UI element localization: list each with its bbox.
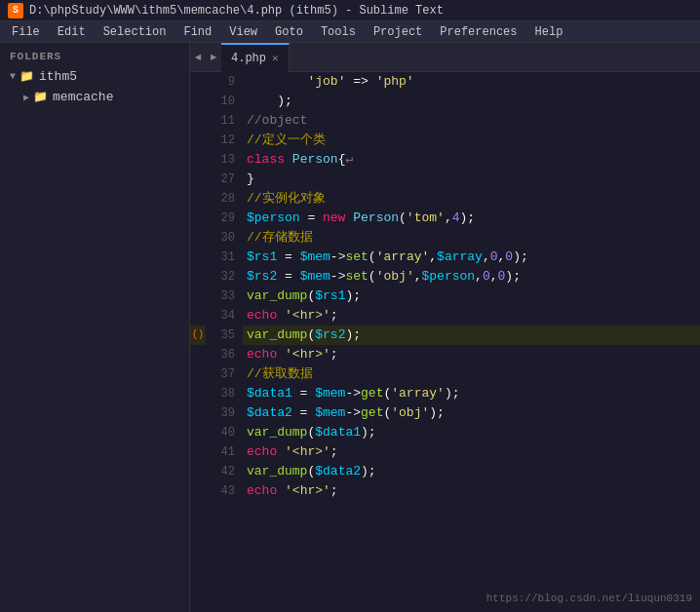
line-content: $person = new Person('tom',4); — [243, 209, 700, 228]
line-content: var_dump($data1); — [243, 423, 700, 442]
main-layout: FOLDERS ▼ 📁 ithm5 ▶ 📁 memcache ◄ ► 4.php… — [0, 43, 700, 612]
line-number: 43 — [206, 481, 243, 501]
title-text: D:\phpStudy\WWW\ithm5\memcache\4.php (it… — [29, 4, 444, 18]
menu-item-view[interactable]: View — [221, 23, 265, 41]
line-content: $data1 = $mem->get('array'); — [243, 384, 700, 403]
line-number: 28 — [206, 189, 243, 209]
menu-item-help[interactable]: Help — [527, 23, 571, 41]
menu-item-tools[interactable]: Tools — [313, 23, 364, 41]
line-content: echo '<hr>'; — [243, 345, 700, 364]
line-number: 40 — [206, 423, 243, 442]
code-line-29: 29$person = new Person('tom',4); — [190, 209, 700, 228]
code-line-35: ()35var_dump($rs2); — [190, 325, 700, 345]
line-content: echo '<hr>'; — [243, 481, 700, 501]
line-number: 9 — [206, 72, 243, 92]
expand-arrow-icon: ▼ — [10, 71, 16, 82]
line-content: 'job' => 'php' — [243, 72, 700, 92]
code-line-41: 41echo '<hr>'; — [190, 442, 700, 462]
tab-filename: 4.php — [231, 52, 266, 65]
line-number: 37 — [206, 364, 243, 384]
line-number: 34 — [206, 306, 243, 325]
line-content: $rs2 = $mem->set('obj',$person,0,0); — [243, 267, 700, 287]
code-line-27: 27} — [190, 170, 700, 189]
line-number: 12 — [206, 131, 243, 150]
tab-bar: ◄ ► 4.php ✕ — [190, 43, 700, 72]
code-line-42: 42var_dump($data2); — [190, 462, 700, 481]
line-number: 32 — [206, 267, 243, 287]
code-line-36: 36echo '<hr>'; — [190, 345, 700, 364]
folders-label: FOLDERS — [0, 43, 189, 66]
line-content: //获取数据 — [243, 364, 700, 384]
line-number: 41 — [206, 442, 243, 462]
line-number: 27 — [206, 170, 243, 189]
code-line-10: 10 ); — [190, 92, 700, 111]
line-content: //object — [243, 111, 700, 131]
tab-nav-left[interactable]: ◄ — [190, 43, 206, 72]
code-line-34: 34echo '<hr>'; — [190, 306, 700, 325]
line-content: //定义一个类 — [243, 131, 700, 150]
menu-item-edit[interactable]: Edit — [50, 23, 94, 41]
folder-icon: 📁 — [33, 90, 48, 104]
line-number: 30 — [206, 228, 243, 248]
code-line-39: 39$data2 = $mem->get('obj'); — [190, 403, 700, 423]
line-content: echo '<hr>'; — [243, 306, 700, 325]
line-number: 13 — [206, 150, 243, 170]
editor-area: ◄ ► 4.php ✕ 9 'job' => 'php'10 );11//obj… — [190, 43, 700, 612]
menu-item-file[interactable]: File — [4, 23, 48, 41]
menu-bar: FileEditSelectionFindViewGotoToolsProjec… — [0, 21, 700, 43]
line-number: 35 — [206, 325, 243, 345]
line-number: 10 — [206, 92, 243, 111]
line-indicator: () — [190, 325, 206, 345]
line-content: } — [243, 170, 700, 189]
menu-item-preferences[interactable]: Preferences — [432, 23, 525, 41]
code-line-30: 30//存储数据 — [190, 228, 700, 248]
expand-arrow-icon: ▶ — [23, 92, 29, 103]
code-line-12: 12//定义一个类 — [190, 131, 700, 150]
menu-item-selection[interactable]: Selection — [96, 23, 175, 41]
folder-icon: 📁 — [19, 69, 34, 84]
code-line-38: 38$data1 = $mem->get('array'); — [190, 384, 700, 403]
title-bar: S D:\phpStudy\WWW\ithm5\memcache\4.php (… — [0, 0, 700, 21]
code-line-13: 13class Person{↵ — [190, 150, 700, 170]
menu-item-project[interactable]: Project — [366, 23, 430, 41]
line-content: var_dump($rs1); — [243, 287, 700, 306]
code-line-31: 31$rs1 = $mem->set('array',$array,0,0); — [190, 248, 700, 267]
line-content: //实例化对象 — [243, 189, 700, 209]
line-content: ); — [243, 92, 700, 111]
code-line-11: 11//object — [190, 111, 700, 131]
line-content: //存储数据 — [243, 228, 700, 248]
line-content: var_dump($rs2); — [243, 325, 700, 345]
line-content: echo '<hr>'; — [243, 442, 700, 462]
code-line-37: 37//获取数据 — [190, 364, 700, 384]
tab-4php[interactable]: 4.php ✕ — [221, 43, 290, 72]
line-content: var_dump($data2); — [243, 462, 700, 481]
line-number: 42 — [206, 462, 243, 481]
code-line-32: 32$rs2 = $mem->set('obj',$person,0,0); — [190, 267, 700, 287]
line-number: 39 — [206, 403, 243, 423]
app-icon: S — [8, 3, 23, 19]
code-line-43: 43echo '<hr>'; — [190, 481, 700, 501]
code-area[interactable]: 9 'job' => 'php'10 );11//object12//定义一个类… — [190, 72, 700, 612]
line-number: 38 — [206, 384, 243, 403]
folder-name-ithm5: ithm5 — [39, 69, 77, 84]
menu-item-goto[interactable]: Goto — [267, 23, 311, 41]
code-line-33: 33var_dump($rs1); — [190, 287, 700, 306]
sidebar-item-memcache[interactable]: ▶ 📁 memcache — [0, 87, 189, 107]
line-number: 31 — [206, 248, 243, 267]
code-line-28: 28//实例化对象 — [190, 189, 700, 209]
sidebar: FOLDERS ▼ 📁 ithm5 ▶ 📁 memcache — [0, 43, 190, 612]
menu-item-find[interactable]: Find — [175, 23, 219, 41]
line-content: $rs1 = $mem->set('array',$array,0,0); — [243, 248, 700, 267]
tab-nav-right[interactable]: ► — [206, 43, 221, 72]
code-line-9: 9 'job' => 'php' — [190, 72, 700, 92]
code-line-40: 40var_dump($data1); — [190, 423, 700, 442]
sidebar-item-ithm5[interactable]: ▼ 📁 ithm5 — [0, 66, 189, 87]
line-content: $data2 = $mem->get('obj'); — [243, 403, 700, 423]
line-number: 33 — [206, 287, 243, 306]
line-number: 36 — [206, 345, 243, 364]
line-number: 11 — [206, 111, 243, 131]
line-number: 29 — [206, 209, 243, 228]
line-content: class Person{↵ — [243, 150, 700, 170]
folder-name-memcache: memcache — [53, 90, 113, 104]
tab-close-button[interactable]: ✕ — [272, 52, 279, 64]
